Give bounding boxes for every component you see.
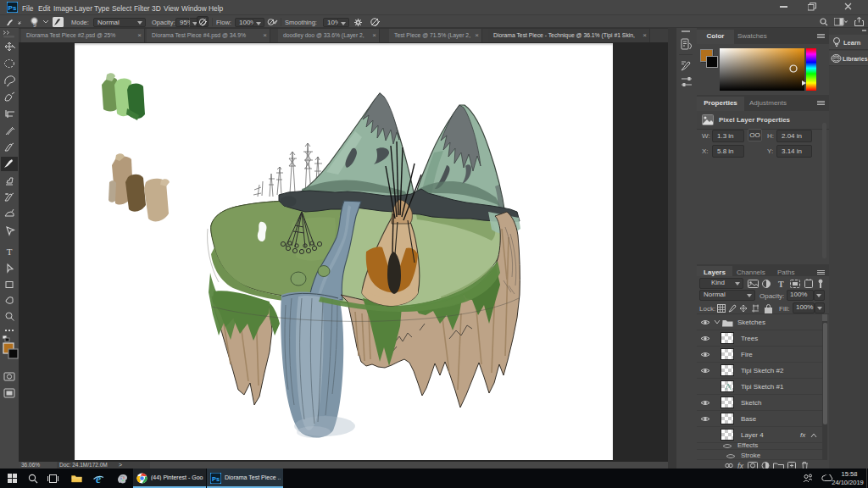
svg-text:Ps: Ps [212, 475, 220, 483]
svg-text:Ps: Ps [8, 4, 17, 12]
svg-text:T: T [778, 280, 784, 289]
svg-text:e: e [96, 473, 101, 485]
svg-text:T: T [7, 247, 13, 257]
